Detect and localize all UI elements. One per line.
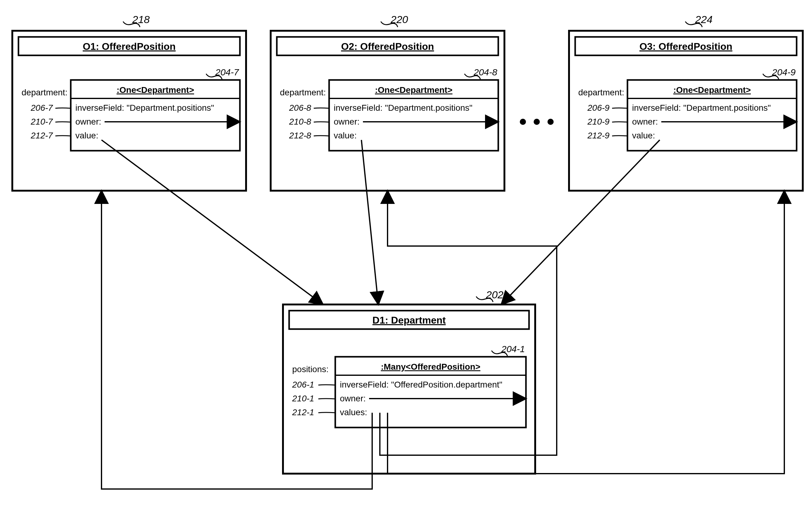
o2-owner: owner: [334,117,359,126]
o1-department-label: department: [22,88,67,97]
d1-values: values: [340,407,367,417]
o3-title: O3: OfferedPosition [639,41,732,52]
o3-value: value: [632,131,655,140]
o1-title: O1: OfferedPosition [83,41,176,52]
o1-inner-title: :One<Department> [117,85,194,95]
ref-210-1: 210-1 [292,394,314,403]
d1-positions-label: positions: [292,365,328,374]
o2-inner-title: :One<Department> [375,85,453,95]
ref-212-9: 212-9 [587,131,610,140]
ref-206-8: 206-8 [289,103,311,113]
ref-206-9: 206-9 [587,103,610,113]
ref-206-1: 206-1 [292,380,314,389]
svg-point-4 [534,119,540,125]
svg-point-3 [520,119,526,125]
arrow-d1-values-to-o3 [387,191,784,474]
d1-title: D1: Department [373,315,446,326]
arrow-o1-value-to-d1 [102,140,323,305]
svg-point-5 [548,119,554,125]
ref-206-7: 206-7 [30,103,53,113]
object-o1: 218 O1: OfferedPosition department: 204-… [12,13,246,191]
o2-inversefield: inverseField: "Department.positions" [334,103,472,113]
o3-inner-title: :One<Department> [673,85,751,95]
ref-210-8: 210-8 [289,117,311,126]
arrow-o3-value-to-d1 [501,140,660,305]
o3-department-label: department: [578,88,624,97]
d1-owner: owner: [340,394,366,403]
d1-inner-title: :Many<OfferedPosition> [381,362,481,372]
ref-212-8: 212-8 [289,131,311,140]
d1-inversefield: inverseField: "OfferedPosition.departmen… [340,380,502,389]
ref-212-7: 212-7 [30,131,53,140]
object-o3: 224 O3: OfferedPosition department: 204-… [569,13,803,191]
o2-title: O2: OfferedPosition [341,41,434,52]
ref-212-1: 212-1 [292,407,314,417]
arrow-o2-value-to-d1 [361,140,378,305]
ref-210-9: 210-9 [587,117,610,126]
o3-inversefield: inverseField: "Department.positions" [632,103,771,113]
ref-210-7: 210-7 [30,117,53,126]
o2-department-label: department: [280,88,326,97]
o3-owner: owner: [632,117,658,126]
o1-owner: owner: [75,117,101,126]
arrow-d1-values-to-o1 [102,191,372,489]
o1-inversefield: inverseField: "Department.positions" [75,103,214,113]
object-o2: 220 O2: OfferedPosition department: 204-… [271,13,504,191]
o2-value: value: [334,131,357,140]
object-d1: 202 D1: Department positions: 204-1 :Man… [283,289,535,474]
o1-value: value: [75,131,98,140]
ellipsis-dots [520,119,554,125]
